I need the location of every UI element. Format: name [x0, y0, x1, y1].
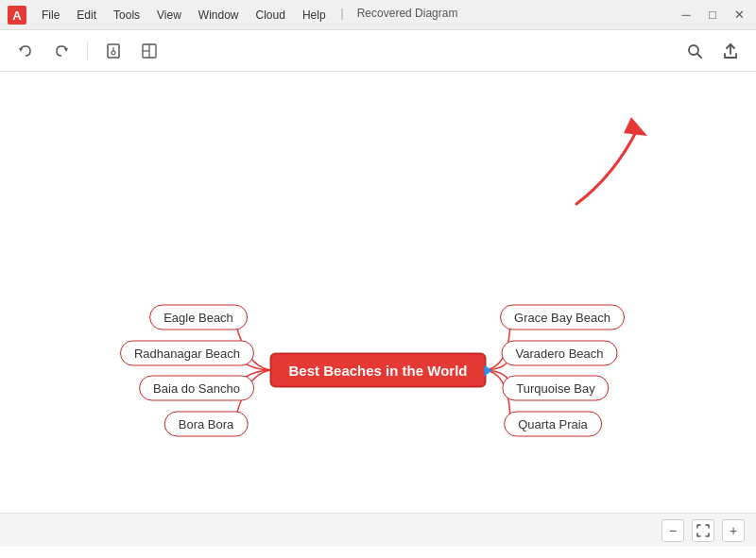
maximize-button[interactable]: □ — [703, 6, 722, 25]
redo-button[interactable] — [47, 37, 76, 65]
menu-bar: File Edit Tools View Window Cloud Help |… — [34, 7, 677, 24]
minimize-button[interactable]: ─ — [677, 6, 696, 25]
undo-icon — [17, 42, 34, 59]
svg-marker-2 — [19, 48, 23, 52]
diagram-title: Recovered Diagram — [357, 7, 458, 24]
menu-file[interactable]: File — [34, 7, 67, 24]
fit-screen-icon — [696, 523, 711, 538]
svg-text:A: A — [12, 8, 22, 23]
window-controls: ─ □ ✕ — [677, 6, 748, 25]
close-button[interactable]: ✕ — [730, 6, 748, 25]
menu-window[interactable]: Window — [191, 7, 247, 24]
node-grace-bay-beach[interactable]: Grace Bay Beach — [500, 305, 625, 330]
zoom-in-button[interactable]: + — [722, 519, 745, 542]
menu-view[interactable]: View — [149, 7, 189, 24]
search-button[interactable] — [680, 37, 709, 65]
page-button[interactable] — [99, 37, 128, 65]
app-logo: A — [8, 6, 26, 25]
node-bora-bora[interactable]: Bora Bora — [164, 412, 249, 437]
menu-cloud[interactable]: Cloud — [249, 7, 293, 24]
toolbar-separator — [87, 42, 88, 60]
toolbar — [0, 30, 756, 72]
titlebar: A File Edit Tools View Window Cloud Help… — [0, 0, 756, 30]
canvas[interactable]: Best Beaches in the World Eagle Beach Ra… — [0, 72, 756, 547]
node-turquoise-bay[interactable]: Turquoise Bay — [502, 376, 609, 401]
menu-tools[interactable]: Tools — [106, 7, 147, 24]
svg-point-5 — [112, 51, 115, 55]
redo-icon — [53, 42, 70, 59]
node-quarta-praia[interactable]: Quarta Praia — [504, 412, 602, 437]
svg-line-11 — [697, 54, 701, 58]
menu-help[interactable]: Help — [295, 7, 334, 24]
share-icon — [722, 42, 739, 59]
divider: | — [341, 7, 344, 24]
center-node[interactable]: Best Beaches in the World — [270, 353, 487, 388]
bottombar: − + — [0, 513, 756, 547]
layout-icon — [141, 42, 158, 59]
menu-edit[interactable]: Edit — [69, 7, 104, 24]
undo-button[interactable] — [11, 37, 40, 65]
page-icon — [105, 42, 122, 59]
search-icon — [686, 42, 703, 59]
node-eagle-beach[interactable]: Eagle Beach — [149, 305, 248, 330]
share-button[interactable] — [716, 37, 745, 65]
zoom-fit-button[interactable] — [692, 519, 714, 542]
mindmap-connections — [0, 72, 756, 547]
zoom-out-button[interactable]: − — [662, 519, 684, 542]
layout-button[interactable] — [135, 37, 163, 65]
node-baia-do-sancho[interactable]: Baia do Sancho — [139, 376, 254, 401]
node-varadero-beach[interactable]: Varadero Beach — [502, 341, 618, 366]
toolbar-right — [680, 37, 745, 65]
node-radhanagar-beach[interactable]: Radhanagar Beach — [120, 341, 254, 366]
svg-marker-3 — [64, 48, 68, 52]
